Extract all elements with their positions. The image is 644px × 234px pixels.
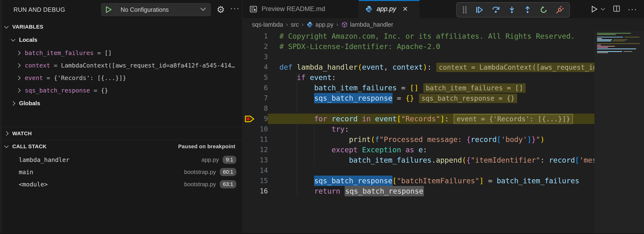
variables-section-header[interactable]: VARIABLES — [0, 21, 242, 33]
variable-row[interactable]: sqs_batch_response = {} — [0, 85, 242, 96]
inline-debug-value: event = {'Records': [{...}]} — [454, 114, 573, 124]
code-line[interactable]: batch_item_failures = []batch_item_failu… — [280, 83, 594, 93]
code-line[interactable]: try: — [280, 124, 594, 134]
line-number[interactable]: 16 — [243, 186, 268, 196]
locals-scope-row[interactable]: Locals — [0, 34, 242, 46]
breadcrumb-item[interactable]: lambda_handler — [350, 21, 393, 28]
breadcrumb-item[interactable]: app.py — [316, 21, 334, 28]
variable-row[interactable]: event = {'Records': [{...}]} — [0, 72, 242, 84]
paused-status: Paused on breakpoint — [178, 143, 235, 150]
line-number[interactable]: 8 — [243, 103, 268, 114]
step-into-icon[interactable] — [508, 5, 516, 14]
line-number[interactable]: 14 — [243, 165, 268, 176]
locals-label: Locals — [19, 36, 37, 43]
call-stack-section-header[interactable]: CALL STACK Paused on breakpoint — [0, 140, 242, 153]
line-number[interactable]: 15 — [243, 176, 268, 186]
launch-configuration-dropdown[interactable]: No Configurations — [101, 3, 211, 16]
watch-header-label: WATCH — [12, 130, 32, 137]
breakpoint-current-arrow-icon[interactable] — [244, 115, 255, 124]
breadcrumb: sqs-lambda › src › app.py › lambda_handl… — [252, 18, 393, 31]
toolbar-drag-handle[interactable] — [462, 6, 467, 14]
restart-icon[interactable] — [539, 5, 548, 14]
chevron-collapsed-icon — [16, 63, 20, 68]
code-line[interactable]: except Exception as e: — [280, 145, 594, 155]
continue-icon[interactable] — [475, 5, 484, 14]
code-line[interactable]: # SPDX-License-Identifier: Apache-2.0 — [280, 41, 594, 52]
line-number[interactable]: 7 — [243, 93, 268, 103]
line-number[interactable]: 10 — [243, 124, 268, 134]
step-over-icon[interactable] — [491, 5, 500, 14]
debug-toolbar — [456, 2, 570, 17]
chevron-collapsed-icon — [16, 88, 20, 93]
line-number[interactable]: 1 — [243, 31, 268, 41]
inline-debug-value: sqs_batch_response = {} — [419, 94, 517, 103]
symbol-function-icon — [341, 21, 348, 28]
code-line[interactable]: for record in event["Records"]:event = {… — [280, 114, 594, 124]
chevron-down-icon — [200, 7, 206, 12]
breadcrumb-separator: › — [334, 21, 341, 28]
code-line[interactable] — [280, 165, 594, 176]
chevron-expanded-icon — [4, 143, 8, 148]
code-line[interactable]: if event: — [280, 72, 594, 83]
stack-frame-row[interactable]: lambda_handler app.py9:1 — [0, 154, 242, 166]
line-number[interactable]: 12 — [243, 145, 268, 155]
variables-header-label: VARIABLES — [12, 24, 43, 30]
inline-debug-value: batch_item_failures = [] — [423, 83, 526, 93]
start-debugging-icon[interactable] — [101, 3, 116, 16]
step-out-icon[interactable] — [524, 5, 532, 14]
code-line[interactable]: sqs_batch_response = {}sqs_batch_respons… — [280, 93, 594, 103]
code-line[interactable]: sqs_batch_response["batchItemFailures"] … — [280, 176, 594, 186]
sidebar-title: RUN AND DEBUG — [14, 6, 65, 13]
line-number[interactable]: 13 — [243, 155, 268, 165]
chevron-expanded-icon — [11, 37, 15, 41]
code-line[interactable]: # Copyright Amazon.com, Inc. or its affi… — [280, 31, 594, 41]
variable-row[interactable]: batch_item_failures = [] — [0, 47, 242, 59]
code-editor[interactable]: 12345678910111213141516 # Copyright Amaz… — [243, 31, 644, 234]
globals-label: Globals — [19, 100, 40, 107]
minimap[interactable] — [594, 31, 644, 234]
line-number[interactable]: 5 — [243, 72, 268, 83]
stack-frame-row[interactable]: main bootstrap.py60:1 — [0, 166, 242, 178]
code-line[interactable] — [280, 103, 594, 114]
breadcrumb-item[interactable]: src — [291, 21, 299, 28]
variable-row[interactable]: context = LambdaContext([aws_request_id=… — [0, 60, 242, 71]
run-python-file-button[interactable] — [590, 5, 606, 13]
python-icon — [306, 21, 313, 28]
sidebar-header: RUN AND DEBUG No Configurations ⚙ ··· — [0, 0, 242, 19]
line-number[interactable]: 6 — [243, 83, 268, 93]
editor-more-icon[interactable]: ··· — [628, 4, 637, 14]
gear-icon[interactable]: ⚙ — [216, 5, 225, 14]
line-number[interactable]: 2 — [243, 41, 268, 52]
line-number[interactable]: 4 — [243, 62, 268, 72]
code-line[interactable]: batch_item_failures.append({"itemIdentif… — [280, 155, 594, 165]
line-number[interactable]: 11 — [243, 134, 268, 145]
globals-scope-row[interactable]: Globals — [0, 98, 242, 109]
code-line[interactable]: return sqs_batch_response — [280, 186, 594, 196]
line-number[interactable]: 3 — [243, 52, 268, 62]
python-icon — [365, 5, 373, 13]
code-line[interactable] — [280, 52, 594, 62]
breadcrumb-item[interactable]: sqs-lambda — [252, 21, 283, 28]
breadcrumb-separator: › — [283, 21, 291, 28]
tab-app-py[interactable]: app.py ✕ — [359, 0, 420, 18]
close-icon[interactable]: ✕ — [402, 5, 408, 13]
views-more-icon[interactable]: ··· — [230, 3, 240, 13]
code-line[interactable]: def lambda_handler(event, context):conte… — [280, 62, 594, 72]
tab-label: Preview README.md — [262, 5, 325, 13]
split-editor-icon[interactable] — [613, 5, 620, 13]
sidebar-left-edge — [0, 0, 2, 234]
code-line[interactable]: print(f"Processed message: {record['body… — [280, 134, 594, 145]
chevron-collapsed-icon — [11, 101, 15, 106]
line-col-badge: 9:1 — [222, 156, 236, 164]
tab-bar: Preview README.md app.py ✕ — [243, 0, 644, 18]
chevron-collapsed-icon — [16, 51, 20, 55]
watch-section-header[interactable]: WATCH — [0, 127, 242, 140]
inline-debug-value: context = LambdaContext([aws_request_id=… — [436, 63, 594, 72]
chevron-collapsed-icon — [4, 131, 8, 135]
tab-preview-readme[interactable]: Preview README.md — [243, 0, 359, 18]
disconnect-icon[interactable] — [556, 5, 564, 14]
markdown-preview-icon — [249, 5, 258, 13]
stack-frame-row[interactable]: <module> bootstrap.py63:1 — [0, 178, 242, 190]
breadcrumb-separator: › — [299, 21, 306, 28]
editor-actions: ··· — [590, 0, 637, 18]
